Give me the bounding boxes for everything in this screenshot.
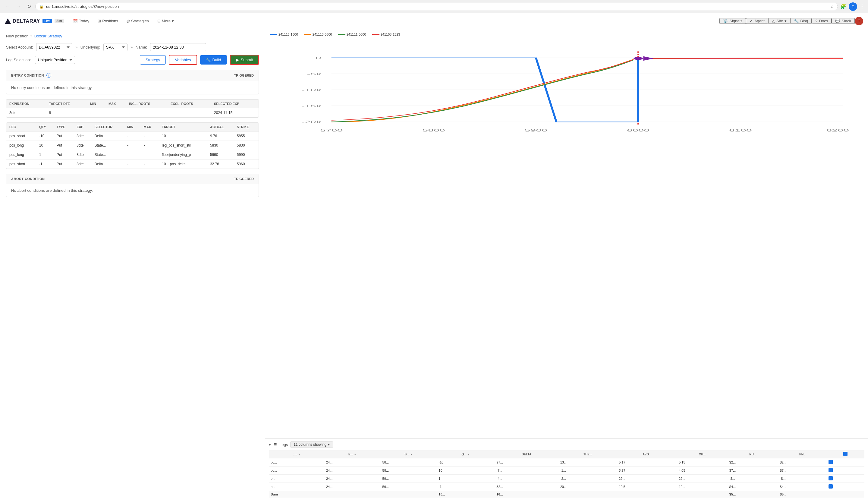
td-min-1: - — [124, 141, 141, 150]
row-check-1-icon[interactable] — [829, 468, 833, 472]
reload-button[interactable]: ↻ — [25, 3, 33, 10]
td-min: - — [87, 108, 105, 117]
entry-info-icon[interactable]: i — [46, 73, 51, 78]
back-button[interactable]: ← — [4, 3, 12, 10]
th-actual: ACTUAL — [207, 123, 234, 132]
main-layout: New position » Boxcar Strategy Select Ac… — [0, 29, 868, 500]
chart-area: 241115-1600 241113-0800 241111-0000 2411… — [265, 29, 868, 439]
mtd-s-0: 58... — [381, 458, 437, 467]
user-avatar[interactable]: T — [855, 17, 863, 25]
th-leg-min: MIN — [124, 123, 141, 132]
leg-selection-select[interactable]: UniqueInPosition — [35, 56, 75, 64]
mth-theta: THE... — [558, 450, 617, 458]
mtd-avg-0: 5.17 — [617, 458, 677, 467]
forward-button[interactable]: → — [14, 3, 23, 10]
mtd-sum-ru: $5... — [728, 491, 778, 498]
underlying-select[interactable]: SPX — [103, 43, 127, 51]
td-exp-3: 8dte — [73, 160, 91, 169]
nav-strategies[interactable]: ◎ Strategies — [123, 13, 153, 29]
nav-positions[interactable]: ⊞ Positions — [93, 13, 123, 29]
mtd-theta-2: -2... — [558, 475, 617, 483]
url-bar[interactable]: 🔒 us-1.mesolive.io/strategies/3/new-posi… — [35, 3, 838, 10]
site-chevron-icon: ▾ — [785, 19, 787, 23]
td-incl-roots: - — [126, 108, 167, 117]
mtd-check-2[interactable] — [827, 475, 864, 483]
account-select[interactable]: DUA639022 — [36, 43, 72, 51]
legs-header: ▾ ☰ Legs 11 columns showing ▾ — [269, 441, 864, 448]
menu-button[interactable]: ⋮ — [859, 4, 864, 9]
mtd-sum-avg — [617, 491, 677, 498]
svg-marker-18 — [643, 56, 653, 61]
more-chevron-icon: ▾ — [172, 19, 174, 23]
nav-slack[interactable]: 💬 Slack — [832, 18, 855, 24]
row-check-0-icon[interactable] — [829, 460, 833, 464]
breadcrumb-parent[interactable]: New position — [6, 34, 28, 38]
td-leg-1: pcs_long — [6, 141, 36, 150]
mtd-check-1[interactable] — [827, 467, 864, 475]
columns-badge[interactable]: 11 columns showing ▾ — [290, 441, 333, 448]
legend-line-0 — [270, 34, 277, 35]
leg-row-1: pcs_long 10 Put 8dte State... - - leg_pc… — [6, 141, 258, 150]
abort-condition-card: ABORT CONDITION TRIGGERED No abort condi… — [6, 174, 259, 197]
name-input[interactable] — [150, 43, 206, 51]
td-strike-3: 5960 — [234, 160, 258, 169]
mtd-check-0[interactable] — [827, 458, 864, 467]
mtd-pnl-2: -$... — [778, 475, 827, 483]
mtd-check-3[interactable] — [827, 483, 864, 491]
th-incl-roots: INCL. ROOTS — [126, 100, 167, 108]
nav-today[interactable]: 📅 Today — [69, 13, 94, 29]
docs-icon: ? — [815, 19, 817, 23]
td-type-0: Put — [54, 132, 73, 141]
th-min: MIN — [87, 100, 105, 108]
nav-signals[interactable]: 📡 Signals — [719, 18, 746, 24]
variables-button[interactable]: Variables — [169, 55, 197, 65]
td-target-3: 10 – pos_delta — [159, 160, 207, 169]
td-min-0: - — [124, 132, 141, 141]
build-button[interactable]: 🔧 Build — [200, 55, 227, 65]
td-type-1: Put — [54, 141, 73, 150]
sim-badge[interactable]: Sim — [55, 19, 63, 23]
svg-text:-15k: -15k — [301, 104, 322, 108]
signals-icon: 📡 — [723, 19, 728, 23]
right-panel: 241115-1600 241113-0800 241111-0000 2411… — [265, 29, 868, 500]
mtd-e-0: 24... — [324, 458, 381, 467]
check-all-icon[interactable] — [843, 452, 847, 456]
mini-row-2: p... 24... 59... 1 -4... -2... 29... 29.… — [269, 475, 864, 483]
th-selected-exp: SELECTED EXP — [211, 100, 258, 108]
mtd-s-3: 59... — [381, 483, 437, 491]
expiration-row: 8dte 8 - - - - 2024-11-15 — [6, 108, 258, 117]
nav-more[interactable]: ⊞ More ▾ — [153, 13, 178, 29]
mtd-sum-cu — [677, 491, 728, 498]
td-selected-exp[interactable]: 2024-11-15 — [211, 108, 258, 117]
th-exp: EXP — [73, 123, 91, 132]
abort-condition-body: No abort conditions are defined in this … — [6, 184, 258, 197]
legs-toggle-icon[interactable]: ▾ — [269, 442, 271, 447]
row-check-2-icon[interactable] — [829, 476, 833, 480]
nav-docs[interactable]: ? Docs — [812, 18, 832, 24]
td-target-0: 10 — [159, 132, 207, 141]
th-type: TYPE — [54, 123, 73, 132]
url-text: us-1.mesolive.io/strategies/3/new-positi… — [46, 4, 828, 9]
nav-site[interactable]: △ Site ▾ — [768, 18, 790, 24]
mtd-sum-delta: 16... — [495, 491, 558, 498]
slack-icon: 💬 — [835, 19, 840, 23]
mtd-ru-3: $4... — [728, 483, 778, 491]
extensions-button[interactable]: 🧩 — [840, 4, 846, 9]
strategy-button[interactable]: Strategy — [140, 55, 166, 65]
site-icon: △ — [772, 19, 775, 23]
td-target-2: floor(underlying_p — [159, 150, 207, 160]
submit-button[interactable]: ▶ Submit — [230, 55, 259, 65]
td-max-0: - — [141, 132, 159, 141]
avatar[interactable]: T — [849, 2, 857, 11]
th-excl-roots: EXCL. ROOTS — [167, 100, 211, 108]
live-badge[interactable]: Live — [43, 19, 52, 23]
browser-actions: 🧩 T ⋮ — [840, 2, 864, 11]
bookmark-icon[interactable]: ☆ — [830, 4, 834, 9]
mth-delta: DELTA — [495, 450, 558, 458]
nav-blog[interactable]: 🔧 Blog — [790, 18, 812, 24]
pnl-chart: 0 -5k -10k -15k -20k 5700 5800 5900 6000… — [270, 38, 863, 141]
entry-condition-header: ENTRY CONDITION i TRIGGERED — [6, 70, 258, 81]
nav-agent[interactable]: ✓ Agent — [746, 18, 768, 24]
row-check-3-icon[interactable] — [829, 484, 833, 489]
mtd-ru-2: -$... — [728, 475, 778, 483]
